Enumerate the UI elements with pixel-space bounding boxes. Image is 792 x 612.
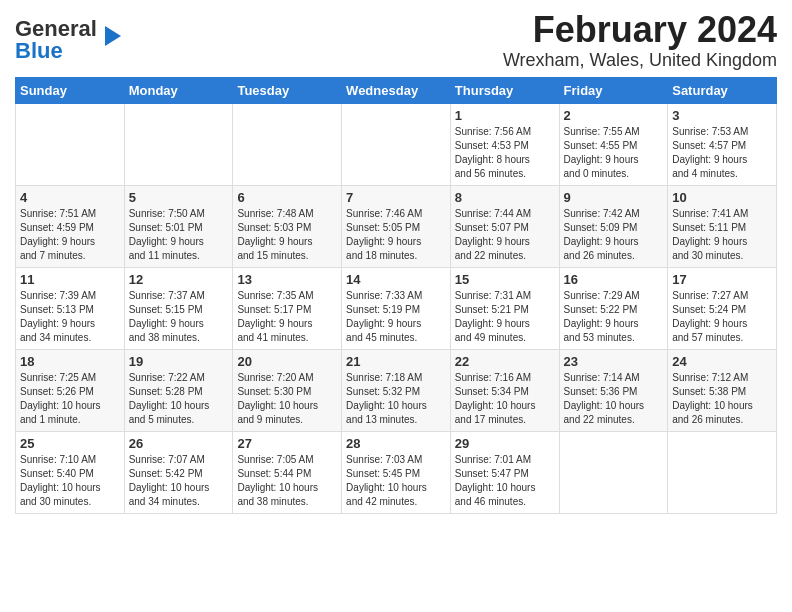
day-info: Sunrise: 7:16 AM Sunset: 5:34 PM Dayligh… (455, 371, 555, 427)
day-info: Sunrise: 7:20 AM Sunset: 5:30 PM Dayligh… (237, 371, 337, 427)
day-number: 17 (672, 272, 772, 287)
table-row: 20Sunrise: 7:20 AM Sunset: 5:30 PM Dayli… (233, 349, 342, 431)
day-info: Sunrise: 7:33 AM Sunset: 5:19 PM Dayligh… (346, 289, 446, 345)
table-row: 3Sunrise: 7:53 AM Sunset: 4:57 PM Daylig… (668, 103, 777, 185)
table-row: 15Sunrise: 7:31 AM Sunset: 5:21 PM Dayli… (450, 267, 559, 349)
day-number: 20 (237, 354, 337, 369)
table-row: 21Sunrise: 7:18 AM Sunset: 5:32 PM Dayli… (342, 349, 451, 431)
table-row (16, 103, 125, 185)
table-row: 18Sunrise: 7:25 AM Sunset: 5:26 PM Dayli… (16, 349, 125, 431)
day-info: Sunrise: 7:10 AM Sunset: 5:40 PM Dayligh… (20, 453, 120, 509)
table-row: 6Sunrise: 7:48 AM Sunset: 5:03 PM Daylig… (233, 185, 342, 267)
page-subtitle: Wrexham, Wales, United Kingdom (503, 50, 777, 71)
day-info: Sunrise: 7:55 AM Sunset: 4:55 PM Dayligh… (564, 125, 664, 181)
day-info: Sunrise: 7:41 AM Sunset: 5:11 PM Dayligh… (672, 207, 772, 263)
day-info: Sunrise: 7:48 AM Sunset: 5:03 PM Dayligh… (237, 207, 337, 263)
table-row: 25Sunrise: 7:10 AM Sunset: 5:40 PM Dayli… (16, 431, 125, 513)
table-row: 1Sunrise: 7:56 AM Sunset: 4:53 PM Daylig… (450, 103, 559, 185)
day-number: 21 (346, 354, 446, 369)
table-row (668, 431, 777, 513)
day-number: 13 (237, 272, 337, 287)
day-number: 3 (672, 108, 772, 123)
table-row (124, 103, 233, 185)
day-info: Sunrise: 7:50 AM Sunset: 5:01 PM Dayligh… (129, 207, 229, 263)
day-number: 25 (20, 436, 120, 451)
table-row: 19Sunrise: 7:22 AM Sunset: 5:28 PM Dayli… (124, 349, 233, 431)
day-number: 7 (346, 190, 446, 205)
table-row (559, 431, 668, 513)
day-info: Sunrise: 7:27 AM Sunset: 5:24 PM Dayligh… (672, 289, 772, 345)
day-number: 28 (346, 436, 446, 451)
table-row: 17Sunrise: 7:27 AM Sunset: 5:24 PM Dayli… (668, 267, 777, 349)
day-number: 11 (20, 272, 120, 287)
table-row: 27Sunrise: 7:05 AM Sunset: 5:44 PM Dayli… (233, 431, 342, 513)
table-row (342, 103, 451, 185)
table-row: 13Sunrise: 7:35 AM Sunset: 5:17 PM Dayli… (233, 267, 342, 349)
day-number: 27 (237, 436, 337, 451)
logo: GeneralBlue (15, 10, 127, 62)
table-row: 9Sunrise: 7:42 AM Sunset: 5:09 PM Daylig… (559, 185, 668, 267)
day-number: 9 (564, 190, 664, 205)
table-row: 29Sunrise: 7:01 AM Sunset: 5:47 PM Dayli… (450, 431, 559, 513)
day-number: 4 (20, 190, 120, 205)
day-info: Sunrise: 7:12 AM Sunset: 5:38 PM Dayligh… (672, 371, 772, 427)
day-info: Sunrise: 7:31 AM Sunset: 5:21 PM Dayligh… (455, 289, 555, 345)
header-thursday: Thursday (450, 77, 559, 103)
day-number: 29 (455, 436, 555, 451)
day-info: Sunrise: 7:37 AM Sunset: 5:15 PM Dayligh… (129, 289, 229, 345)
day-info: Sunrise: 7:29 AM Sunset: 5:22 PM Dayligh… (564, 289, 664, 345)
calendar-week-row: 11Sunrise: 7:39 AM Sunset: 5:13 PM Dayli… (16, 267, 777, 349)
logo-arrow-icon (99, 22, 127, 50)
calendar-week-row: 18Sunrise: 7:25 AM Sunset: 5:26 PM Dayli… (16, 349, 777, 431)
calendar-header-row: Sunday Monday Tuesday Wednesday Thursday… (16, 77, 777, 103)
day-info: Sunrise: 7:44 AM Sunset: 5:07 PM Dayligh… (455, 207, 555, 263)
day-info: Sunrise: 7:56 AM Sunset: 4:53 PM Dayligh… (455, 125, 555, 181)
day-info: Sunrise: 7:05 AM Sunset: 5:44 PM Dayligh… (237, 453, 337, 509)
day-number: 18 (20, 354, 120, 369)
day-number: 5 (129, 190, 229, 205)
calendar-table: Sunday Monday Tuesday Wednesday Thursday… (15, 77, 777, 514)
title-area: February 2024 Wrexham, Wales, United Kin… (503, 10, 777, 71)
calendar-week-row: 4Sunrise: 7:51 AM Sunset: 4:59 PM Daylig… (16, 185, 777, 267)
header-monday: Monday (124, 77, 233, 103)
day-number: 15 (455, 272, 555, 287)
table-row: 7Sunrise: 7:46 AM Sunset: 5:05 PM Daylig… (342, 185, 451, 267)
table-row: 12Sunrise: 7:37 AM Sunset: 5:15 PM Dayli… (124, 267, 233, 349)
table-row: 16Sunrise: 7:29 AM Sunset: 5:22 PM Dayli… (559, 267, 668, 349)
day-number: 8 (455, 190, 555, 205)
day-info: Sunrise: 7:22 AM Sunset: 5:28 PM Dayligh… (129, 371, 229, 427)
day-info: Sunrise: 7:42 AM Sunset: 5:09 PM Dayligh… (564, 207, 664, 263)
day-info: Sunrise: 7:25 AM Sunset: 5:26 PM Dayligh… (20, 371, 120, 427)
svg-marker-0 (105, 26, 121, 46)
header-wednesday: Wednesday (342, 77, 451, 103)
day-number: 2 (564, 108, 664, 123)
table-row: 24Sunrise: 7:12 AM Sunset: 5:38 PM Dayli… (668, 349, 777, 431)
table-row: 14Sunrise: 7:33 AM Sunset: 5:19 PM Dayli… (342, 267, 451, 349)
day-info: Sunrise: 7:14 AM Sunset: 5:36 PM Dayligh… (564, 371, 664, 427)
day-number: 19 (129, 354, 229, 369)
day-info: Sunrise: 7:39 AM Sunset: 5:13 PM Dayligh… (20, 289, 120, 345)
day-info: Sunrise: 7:03 AM Sunset: 5:45 PM Dayligh… (346, 453, 446, 509)
header-tuesday: Tuesday (233, 77, 342, 103)
header-friday: Friday (559, 77, 668, 103)
table-row: 10Sunrise: 7:41 AM Sunset: 5:11 PM Dayli… (668, 185, 777, 267)
header-saturday: Saturday (668, 77, 777, 103)
day-number: 26 (129, 436, 229, 451)
header: GeneralBlue February 2024 Wrexham, Wales… (15, 10, 777, 71)
table-row: 28Sunrise: 7:03 AM Sunset: 5:45 PM Dayli… (342, 431, 451, 513)
day-info: Sunrise: 7:51 AM Sunset: 4:59 PM Dayligh… (20, 207, 120, 263)
day-info: Sunrise: 7:46 AM Sunset: 5:05 PM Dayligh… (346, 207, 446, 263)
header-sunday: Sunday (16, 77, 125, 103)
day-number: 22 (455, 354, 555, 369)
logo-text: GeneralBlue (15, 18, 97, 62)
table-row: 11Sunrise: 7:39 AM Sunset: 5:13 PM Dayli… (16, 267, 125, 349)
day-number: 12 (129, 272, 229, 287)
table-row: 4Sunrise: 7:51 AM Sunset: 4:59 PM Daylig… (16, 185, 125, 267)
day-info: Sunrise: 7:53 AM Sunset: 4:57 PM Dayligh… (672, 125, 772, 181)
table-row: 23Sunrise: 7:14 AM Sunset: 5:36 PM Dayli… (559, 349, 668, 431)
table-row: 8Sunrise: 7:44 AM Sunset: 5:07 PM Daylig… (450, 185, 559, 267)
day-number: 14 (346, 272, 446, 287)
day-info: Sunrise: 7:18 AM Sunset: 5:32 PM Dayligh… (346, 371, 446, 427)
table-row: 26Sunrise: 7:07 AM Sunset: 5:42 PM Dayli… (124, 431, 233, 513)
day-info: Sunrise: 7:07 AM Sunset: 5:42 PM Dayligh… (129, 453, 229, 509)
